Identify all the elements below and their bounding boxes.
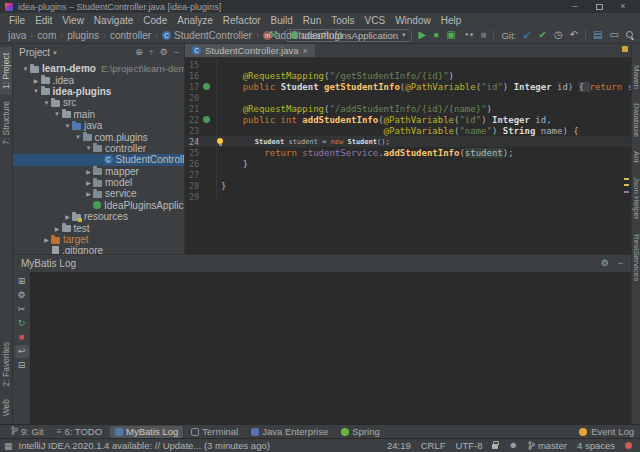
restart-icon[interactable]: ↻ <box>15 317 29 330</box>
tree-item-com-plugins[interactable]: ▼com.plugins <box>13 131 184 142</box>
hide-icon[interactable]: − <box>618 259 623 268</box>
code-line-21[interactable]: 21 @RequestMapping("/addStudentInfo/{id}… <box>185 103 631 114</box>
code-line-28[interactable]: 28} <box>185 180 631 191</box>
encoding[interactable]: UTF-8 <box>456 440 483 451</box>
menu-refactor[interactable]: Refactor <box>218 15 266 26</box>
tree-collapsed-arrow[interactable]: ▶ <box>42 236 51 243</box>
tree-item-target[interactable]: ▶target <box>13 234 184 245</box>
tree-item-java[interactable]: ▼java <box>13 120 184 131</box>
tree-item-ideapluginsapplication[interactable]: IdeaPluginsApplication <box>13 200 184 211</box>
menu-edit[interactable]: Edit <box>30 15 57 26</box>
stop-icon[interactable]: ■ <box>15 331 29 344</box>
tree-item-src[interactable]: ▼src <box>13 97 184 108</box>
tree-item-learn-demo[interactable]: ▼learn-demoE:\project\learn-demo <box>13 63 184 74</box>
spring-mapping-gutter-icon[interactable] <box>201 116 211 123</box>
gear-icon[interactable]: ⚙ <box>160 48 168 57</box>
gutter-line-number[interactable]: 25 <box>185 148 201 158</box>
project-panel-title[interactable]: Project <box>19 47 50 58</box>
status-message[interactable]: IntelliJ IDEA 2020.1.4 available: // Upd… <box>19 440 270 451</box>
breadcrumb-plugins[interactable]: plugins <box>65 30 101 41</box>
rollback-icon[interactable]: ↶ <box>570 30 578 40</box>
menu-analyze[interactable]: Analyze <box>172 15 218 26</box>
menu-code[interactable]: Code <box>138 15 172 26</box>
toolwindow-tab-java-enterprise[interactable]: Java Enterprise <box>246 426 333 438</box>
stripe-tab-2-favorites[interactable]: 2: Favorites <box>0 336 12 392</box>
line-ending[interactable]: CRLF <box>421 440 446 451</box>
gutter-line-number[interactable]: 20 <box>185 93 201 103</box>
coverage-icon[interactable]: ▣ <box>446 30 455 40</box>
soft-wrap-icon[interactable]: ↩ <box>15 345 29 358</box>
tree-item-main[interactable]: ▼main <box>13 109 184 120</box>
run-icon[interactable]: ▶ <box>419 30 427 40</box>
tree-expanded-arrow[interactable]: ▼ <box>42 100 51 106</box>
gutter-line-number[interactable]: 29 <box>185 192 201 202</box>
tree-item-studentcontroller[interactable]: CStudentController <box>13 154 184 165</box>
settings-gear-icon[interactable]: ⚙ <box>15 289 29 302</box>
clear-icon[interactable]: ⊟ <box>15 359 29 372</box>
menu-file[interactable]: File <box>4 15 30 26</box>
stripe-tab-7-structure[interactable]: 7: Structure <box>0 95 12 151</box>
search-icon[interactable] <box>626 31 634 39</box>
menu-view[interactable]: View <box>57 15 89 26</box>
menu-tools[interactable]: Tools <box>326 15 359 26</box>
directories-icon[interactable]: ▤ <box>593 30 602 40</box>
close-icon[interactable]: × <box>302 46 307 56</box>
intention-bulb-icon[interactable] <box>217 138 223 144</box>
breadcrumb-com[interactable]: com <box>35 30 58 41</box>
gutter-line-number[interactable]: 27 <box>185 170 201 180</box>
stripe-tab-ant[interactable]: Ant <box>632 144 640 170</box>
error-indicator-icon[interactable] <box>625 442 632 449</box>
tree-collapsed-arrow[interactable]: ▶ <box>63 213 72 220</box>
frame-icon[interactable]: ▭ <box>610 30 619 40</box>
tree-collapsed-arrow[interactable]: ▶ <box>53 225 62 232</box>
scissors-icon[interactable]: ✂ <box>15 303 29 316</box>
history-icon[interactable]: ◷ <box>554 30 563 40</box>
tree-expanded-arrow[interactable]: ▼ <box>84 145 93 151</box>
update-project-icon[interactable]: ↙ <box>523 30 531 40</box>
tool-window-toggle-icon[interactable]: ▦ <box>4 441 13 451</box>
stripe-tab-restservices[interactable]: RestServices <box>632 227 640 288</box>
editor-tab-studentcontroller[interactable]: C StudentController.java × <box>185 44 315 57</box>
menu-run[interactable]: Run <box>298 15 326 26</box>
tree-item-model[interactable]: ▶model <box>13 177 184 188</box>
code-line-16[interactable]: 16 @RequestMapping("/getStudentInfo/{id}… <box>185 70 631 81</box>
code-line-24[interactable]: 24 Student student = new Student(); <box>185 136 631 147</box>
toolwindow-tab-terminal[interactable]: Terminal <box>186 426 243 438</box>
stop-icon[interactable]: ■ <box>480 30 486 40</box>
code-line-15[interactable]: 15 <box>185 59 631 70</box>
build-hammer-icon[interactable]: ⚒ <box>269 30 278 40</box>
code-line-17[interactable]: 17 public Student getStudentInfo(@PathVa… <box>185 81 631 92</box>
indent-widget[interactable]: 4 spaces <box>577 440 615 451</box>
gear-icon[interactable]: ⚙ <box>601 259 609 268</box>
toolwindow-tab-mybatis-log[interactable]: MyBatis Log <box>110 426 183 438</box>
code-line-25[interactable]: 25 return studentService.addStudentInfo(… <box>185 147 631 158</box>
profiler-icon[interactable]: ◔ <box>463 30 469 40</box>
gutter-line-number[interactable]: 15 <box>185 60 201 70</box>
tree-collapsed-arrow[interactable]: ▶ <box>84 179 93 186</box>
breadcrumb-java[interactable]: java <box>6 30 28 41</box>
stripe-tab-json-helper[interactable]: Json Helper <box>632 170 640 227</box>
stripe-tab-1-project[interactable]: 1: Project <box>0 47 12 95</box>
gutter-line-number[interactable]: 24 <box>185 137 201 147</box>
gutter-line-number[interactable]: 16 <box>185 71 201 81</box>
debug-icon[interactable]: ● <box>433 30 439 40</box>
tree-item-resources[interactable]: ▶resources <box>13 211 184 222</box>
tree-item-controller[interactable]: ▼controller <box>13 143 184 154</box>
tree-item-service[interactable]: ▶service <box>13 188 184 199</box>
inspections-indicator[interactable] <box>622 46 628 52</box>
gutter-line-number[interactable]: 23 <box>185 126 201 136</box>
tree-item-test[interactable]: ▶test <box>13 222 184 233</box>
git-branch-widget[interactable]: master <box>528 440 567 451</box>
menu-navigate[interactable]: Navigate <box>89 15 138 26</box>
code-line-22[interactable]: 22 public int addStudentInfo(@PathVariab… <box>185 114 631 125</box>
code-line-26[interactable]: 26 } <box>185 158 631 169</box>
menu-build[interactable]: Build <box>266 15 298 26</box>
menu-window[interactable]: Window <box>390 15 436 26</box>
event-log-button[interactable]: Event Log <box>579 426 634 437</box>
breadcrumb-controller[interactable]: controller <box>108 30 153 41</box>
code-line-23[interactable]: 23 @PathVariable("name") String name) { <box>185 125 631 136</box>
toolwindow-tab-9-git[interactable]: 9: Git <box>6 426 49 438</box>
code-line-29[interactable]: 29 <box>185 191 631 202</box>
run-config-select[interactable]: IdeaPluginsApplication▾ <box>285 29 412 42</box>
gutter-line-number[interactable]: 26 <box>185 159 201 169</box>
